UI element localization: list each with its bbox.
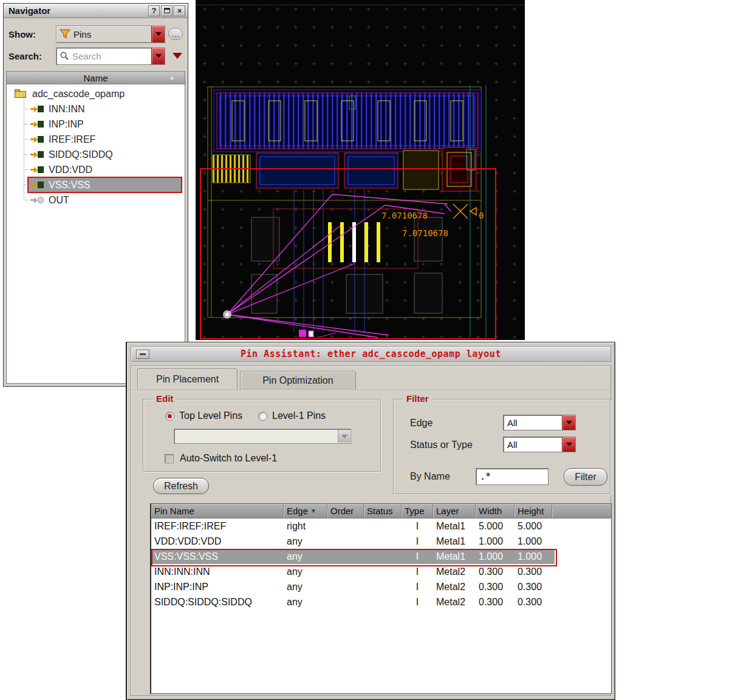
tree-item-label: IREF:IREF	[49, 134, 95, 145]
table-row-inp[interactable]: INP:INP:INP any I Metal2 0.300 0.300	[151, 579, 611, 594]
cell-width: 0.300	[476, 582, 514, 593]
help-button[interactable]: ?	[148, 5, 160, 16]
tree-item-siddq[interactable]: SIDDQ:SIDDQ	[7, 147, 185, 162]
radio-top-level-pins[interactable]	[165, 412, 174, 421]
window-menu-icon	[140, 353, 146, 355]
column-header-status[interactable]: Status	[364, 504, 402, 518]
restore-icon	[164, 8, 170, 13]
sort-descending-icon: ▼	[310, 508, 316, 514]
refresh-button[interactable]: Refresh	[153, 478, 209, 494]
window-menu-button[interactable]	[136, 350, 149, 359]
table-row-inn[interactable]: INN:INN:INN any I Metal2 0.300 0.300	[151, 564, 611, 579]
status-filter-dropdown-button[interactable]	[562, 437, 575, 452]
edit-group: Edit Top Level Pins Level-1 Pins Auto-Sw…	[143, 399, 381, 472]
cell-layer: Metal2	[433, 582, 476, 593]
measure-label-1: 7.0710678	[381, 211, 428, 220]
search-options-arrow[interactable]	[173, 53, 182, 59]
tree-item-label: OUT	[49, 195, 69, 206]
sort-ascending-icon: ▲	[169, 74, 175, 81]
tree-item-inp[interactable]: INP:INP	[7, 117, 185, 132]
pin-assistant-window: Pin Assistant: ether adc_cascode_opamp l…	[126, 342, 615, 700]
table-row-vdd[interactable]: VDD:VDD:VDD any I Metal1 1.000 1.000	[151, 534, 611, 549]
tree-item-iref[interactable]: IREF:IREF	[7, 132, 185, 147]
cell-edge: any	[284, 566, 327, 577]
column-header-height[interactable]: Height	[514, 504, 552, 518]
chevron-down-icon	[341, 435, 347, 438]
show-dropdown-button[interactable]	[151, 26, 165, 42]
measure-label-3: 0	[479, 211, 484, 220]
tree-column-header-name[interactable]: Name ▲	[7, 72, 185, 84]
column-header-edge[interactable]: Edge ▼	[284, 504, 327, 518]
cell-edge: any	[284, 597, 327, 608]
radio-level1-pins-label: Level-1 Pins	[272, 410, 326, 421]
column-header-pin-name[interactable]: Pin Name	[151, 504, 284, 518]
tab-pin-optimization[interactable]: Pin Optimization	[240, 371, 356, 389]
table-row-iref[interactable]: IREF:IREF:IREF right I Metal1 5.000 5.00…	[151, 518, 611, 534]
tree-item-label: INN:INN	[49, 104, 85, 115]
level-select-dropdown-button[interactable]	[338, 430, 350, 443]
cell-pin-name: INN:INN:INN	[151, 566, 284, 577]
tree-item-label: INP:INP	[49, 119, 84, 130]
filter-button[interactable]: Filter	[564, 468, 607, 486]
tree-item-vss[interactable]: VSS:VSS	[7, 177, 185, 192]
tree-header-label: Name	[83, 73, 108, 83]
cell-type: I	[402, 566, 433, 577]
column-header-width[interactable]: Width	[476, 504, 514, 518]
cell-type: I	[402, 521, 433, 532]
table-row-siddq[interactable]: SIDDQ:SIDDQ:SIDDQ any I Metal2 0.300 0.3…	[151, 594, 611, 610]
pin-icon	[30, 181, 44, 189]
tree-item-vdd[interactable]: VDD:VDD	[7, 162, 185, 177]
search-icon	[60, 51, 69, 61]
auto-switch-checkbox[interactable]	[165, 454, 174, 463]
column-header-type[interactable]: Type	[402, 504, 433, 518]
column-header-layer[interactable]: Layer	[433, 504, 476, 518]
folder-icon	[15, 89, 28, 98]
pin-icon	[30, 120, 44, 128]
radio-level1-pins[interactable]	[258, 412, 267, 421]
cell-width: 1.000	[476, 536, 514, 547]
cell-pin-name: IREF:IREF:IREF	[151, 521, 284, 532]
edge-filter-dropdown-button[interactable]	[562, 415, 575, 430]
search-combobox[interactable]: Search	[56, 47, 165, 65]
layout-canvas[interactable]: 7.0710678 7.0710678 0	[196, 0, 525, 340]
tree-item-inn[interactable]: INN:INN	[7, 101, 185, 117]
status-filter-dropdown[interactable]: All	[503, 437, 576, 452]
status-filter-value: All	[507, 440, 518, 450]
level-select-dropdown[interactable]	[174, 429, 351, 444]
search-label: Search:	[9, 51, 56, 61]
column-header-order[interactable]: Order	[327, 504, 364, 518]
pin-assistant-body: Pin Placement Pin Optimization Edit Top …	[131, 365, 611, 696]
status-filter-label: Status or Type	[410, 440, 473, 450]
cell-width: 0.300	[476, 597, 514, 608]
navigator-titlebar[interactable]: Navigator ? ×	[4, 4, 188, 18]
cell-width: 1.000	[476, 551, 514, 562]
cell-layer: Metal2	[433, 566, 476, 577]
search-input[interactable]: Search	[69, 51, 151, 61]
edge-filter-dropdown[interactable]: All	[503, 415, 576, 430]
tree-item-root[interactable]: adc_cascode_opamp	[7, 86, 185, 101]
tab-pin-placement[interactable]: Pin Placement	[137, 369, 238, 389]
cell-layer: Metal2	[433, 597, 476, 608]
by-name-input[interactable]	[476, 468, 549, 485]
tree-item-out[interactable]: OUT	[7, 192, 185, 208]
cell-type: I	[402, 597, 433, 608]
pin-assistant-titlebar[interactable]: Pin Assistant: ether adc_cascode_opamp l…	[131, 346, 611, 362]
chevron-down-icon	[156, 32, 162, 36]
more-options-button[interactable]: …	[168, 28, 183, 40]
pin-table: Pin Name Edge ▼ Order Status Type Layer …	[150, 503, 612, 694]
close-button[interactable]: ×	[174, 5, 185, 16]
chevron-down-icon	[566, 421, 572, 424]
pin-table-header: Pin Name Edge ▼ Order Status Type Layer …	[151, 504, 611, 518]
auto-switch-label: Auto-Switch to Level-1	[180, 453, 277, 464]
restore-button[interactable]	[161, 5, 173, 16]
cell-pin-name: SIDDQ:SIDDQ:SIDDQ	[151, 597, 284, 608]
cell-pin-name: VSS:VSS:VSS	[151, 551, 284, 562]
navigator-tree: Name ▲ adc_cascode_opamp INN:INN INP:INP…	[6, 71, 185, 384]
tree-item-label: SIDDQ:SIDDQ	[49, 149, 113, 160]
search-dropdown-button[interactable]	[151, 48, 165, 64]
table-row-vss[interactable]: VSS:VSS:VSS any I Metal1 1.000 1.000	[151, 549, 611, 564]
cell-type: I	[402, 536, 433, 547]
show-combobox[interactable]: Pins	[56, 25, 165, 43]
column-header-filler	[552, 504, 611, 518]
pin-icon	[30, 135, 44, 143]
